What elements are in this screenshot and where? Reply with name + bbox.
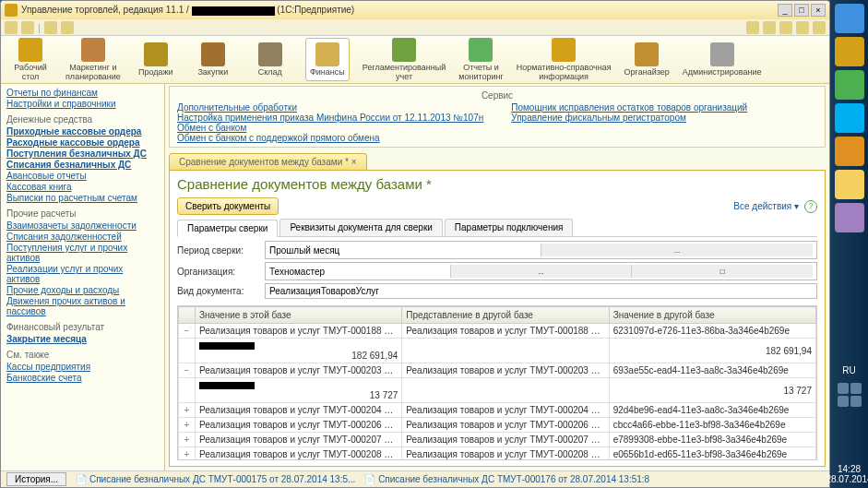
section-item[interactable]: Закупки	[191, 38, 235, 81]
nav-link[interactable]: Выписки по расчетным счетам	[6, 193, 159, 203]
grid-column-header[interactable]: Представление в другой базе	[402, 307, 609, 324]
qa-icon[interactable]	[813, 21, 826, 34]
param-tab[interactable]: Реквизиты документа для сверки	[279, 219, 442, 236]
expand-icon[interactable]	[179, 339, 196, 363]
language-indicator[interactable]: RU	[842, 365, 855, 375]
nav-link[interactable]: Поступления услуг и прочих активов	[6, 243, 159, 263]
section-item[interactable]: Склад	[248, 38, 292, 81]
table-row[interactable]: 13 727 13 727	[179, 378, 816, 403]
expand-icon[interactable]: +	[179, 433, 196, 447]
nav-link[interactable]: Отчеты по финансам	[6, 88, 159, 98]
table-row[interactable]: 182 691,94 182 691,94	[179, 339, 816, 363]
org-field[interactable]: Техномастер ... □	[265, 262, 817, 280]
nav-link[interactable]: Кассовая книга	[6, 182, 159, 192]
service-link[interactable]: Обмен с банком с поддержкой прямого обме…	[177, 133, 483, 143]
section-item[interactable]: Маркетинг ипланирование	[65, 38, 121, 81]
table-row[interactable]: + Реализация товаров и услуг ТМУТ-000206…	[179, 418, 816, 433]
nav-link[interactable]: Авансовые отчеты	[6, 171, 159, 181]
nav-link[interactable]: Реализации услуг и прочих активов	[6, 264, 159, 284]
table-row[interactable]: + Реализация товаров и услуг ТМУТ-000207…	[179, 433, 816, 447]
period-field[interactable]: Прошлый месяц ...	[265, 241, 817, 259]
qa-icon[interactable]	[796, 21, 809, 34]
expand-icon[interactable]: +	[179, 403, 196, 418]
clock-date[interactable]: 28.07.2014	[826, 474, 868, 484]
nav-link[interactable]: Закрытие месяца	[6, 334, 159, 344]
qa-icon[interactable]	[746, 21, 759, 34]
table-row[interactable]: − Реализация товаров и услуг ТМУТ-000188…	[179, 324, 816, 339]
folder-icon[interactable]	[835, 170, 864, 199]
skype-icon[interactable]	[835, 103, 864, 133]
maximize-button[interactable]: □	[794, 4, 809, 17]
section-item[interactable]: Нормативно-справочнаяинформация	[517, 38, 612, 81]
nav-link[interactable]: Списания задолженностей	[6, 232, 159, 242]
qa-icon[interactable]	[763, 21, 776, 34]
qa-icon[interactable]	[5, 21, 18, 34]
nav-link[interactable]: Прочие доходы и расходы	[6, 285, 159, 295]
section-item[interactable]: Отчеты имониторинг	[458, 38, 504, 81]
status-link[interactable]: 📄 Списание безналичных ДС ТМУТ-000175 от…	[76, 474, 355, 484]
nav-link[interactable]: Движения прочих активов и пассивов	[6, 296, 159, 316]
service-link[interactable]: Настройка применения приказа Минфина Рос…	[177, 113, 483, 123]
tab-close-icon[interactable]: ×	[351, 157, 357, 167]
history-button[interactable]: История...	[6, 472, 66, 486]
nav-link[interactable]: Поступления безналичных ДС	[6, 149, 159, 159]
doctype-field[interactable]: РеализацияТоваровУслуг	[265, 283, 817, 299]
tray-icon[interactable]	[838, 396, 849, 407]
section-item[interactable]: Продажи	[134, 38, 178, 81]
document-tab[interactable]: Сравнение документов между базами * ×	[169, 153, 367, 170]
nav-link[interactable]: Настройки и справочники	[6, 99, 159, 109]
expand-icon[interactable]: −	[179, 363, 196, 378]
all-actions-link[interactable]: Все действия ▾	[733, 201, 799, 211]
palette-icon[interactable]	[835, 203, 864, 232]
grid-column-header[interactable]: Значение в этой базе	[196, 307, 402, 324]
tray-icon[interactable]	[850, 396, 862, 407]
tray-icon[interactable]	[838, 383, 849, 394]
param-tab[interactable]: Параметры сверки	[177, 220, 278, 237]
expand-icon[interactable]: −	[179, 324, 196, 339]
clock-time[interactable]: 14:28	[826, 464, 868, 474]
nav-link[interactable]: Расходные кассовые ордера	[6, 137, 159, 148]
1c-alt-icon[interactable]	[835, 137, 864, 166]
service-link[interactable]: Обмен с банком	[177, 123, 483, 133]
section-item[interactable]: Рабочийстол	[8, 38, 53, 81]
qa-icon[interactable]	[21, 21, 34, 34]
qa-separator: |	[38, 22, 41, 33]
section-item[interactable]: Органайзер	[624, 38, 670, 81]
verify-documents-button[interactable]: Сверить документы	[177, 197, 279, 215]
table-row[interactable]: − Реализация товаров и услуг ТМУТ-000203…	[179, 363, 816, 378]
service-link[interactable]: Дополнительные обработки	[177, 102, 483, 113]
table-row[interactable]: + Реализация товаров и услуг ТМУТ-000208…	[179, 447, 816, 461]
nav-link[interactable]: Списания безналичных ДС	[6, 160, 159, 170]
nav-link[interactable]: Банковские счета	[6, 373, 159, 383]
minimize-button[interactable]: _	[778, 4, 792, 17]
service-link[interactable]: Помощник исправления остатков товаров ор…	[511, 102, 747, 113]
nav-link[interactable]: Взаимозачеты задолженности	[6, 220, 159, 231]
1c-icon[interactable]	[835, 37, 864, 66]
windows-start[interactable]	[835, 4, 864, 33]
expand-icon[interactable]: +	[179, 447, 196, 461]
qa-icon[interactable]	[44, 21, 57, 34]
table-row[interactable]: + Реализация товаров и услуг ТМУТ-000204…	[179, 403, 816, 418]
comparison-grid[interactable]: Значение в этой базеПредставление в друг…	[177, 305, 817, 460]
service-link[interactable]: Управление фискальным регистратором	[511, 113, 747, 123]
nav-link[interactable]: Кассы предприятия	[6, 362, 159, 372]
qa-icon[interactable]	[61, 21, 74, 34]
expand-icon[interactable]: +	[179, 418, 196, 433]
org-open-button[interactable]: □	[631, 265, 813, 278]
status-link[interactable]: 📄 Списание безналичных ДС ТМУТ-000176 от…	[364, 474, 649, 484]
section-item[interactable]: Финансы	[305, 38, 350, 81]
tray-icon[interactable]	[850, 383, 862, 394]
grid-cell: e7899308-ebbe-11e3-bf98-3a346e4b269e	[609, 433, 815, 447]
close-button[interactable]: ×	[811, 4, 826, 17]
help-icon[interactable]: ?	[804, 200, 817, 213]
org-select-button[interactable]: ...	[450, 265, 632, 278]
section-item[interactable]: Администрирование	[683, 38, 762, 81]
chrome-icon[interactable]	[835, 70, 864, 100]
qa-icon[interactable]	[779, 21, 792, 34]
nav-link[interactable]: Приходные кассовые ордера	[6, 126, 159, 137]
grid-column-header[interactable]: Значение в другой базе	[609, 307, 815, 324]
section-item[interactable]: Регламентированныйучет	[363, 38, 446, 81]
expand-icon[interactable]	[179, 378, 196, 403]
param-tab[interactable]: Параметры подключения	[445, 219, 574, 236]
period-select-button[interactable]: ...	[541, 244, 813, 256]
